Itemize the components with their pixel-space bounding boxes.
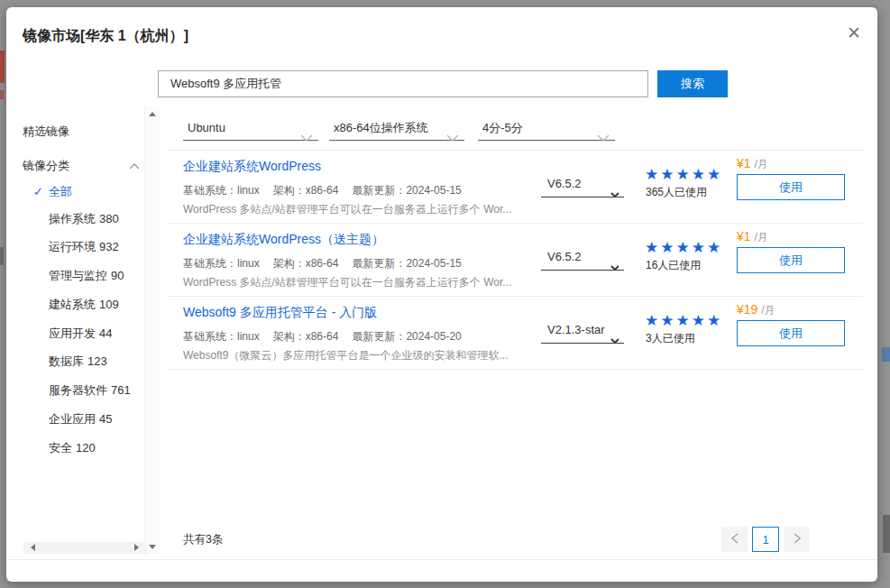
- image-description: Websoft9（微聚云）多应用托管平台是一个企业级的安装和管理软...: [183, 348, 508, 363]
- next-page-button[interactable]: [784, 527, 810, 552]
- image-title-link[interactable]: Websoft9 多应用托管平台 - 入门版: [183, 305, 377, 321]
- sidebar-item-enterprise[interactable]: 企业应用45: [49, 411, 112, 427]
- chevron-down-icon: [597, 124, 610, 151]
- prev-page-button[interactable]: [721, 527, 748, 552]
- use-button[interactable]: 使用: [737, 247, 845, 273]
- image-listing-table: 企业建站系统WordPress 基础系统：linux架构：x86-64最新更新：…: [167, 150, 863, 370]
- search-button[interactable]: 搜索: [657, 70, 728, 97]
- image-listing-row: Websoft9 多应用托管平台 - 入门版 基础系统：linux架构：x86-…: [167, 297, 863, 370]
- sidebar-item-appdev[interactable]: 应用开发44: [49, 326, 112, 342]
- version-select[interactable]: V6.5.2: [541, 172, 624, 198]
- filter-rating-select[interactable]: 4分-5分: [478, 115, 615, 141]
- version-select[interactable]: V6.5.2: [541, 245, 624, 271]
- image-description: WordPress 多站点/站群管理平台可以在一台服务器上运行多个 Wor...: [183, 202, 511, 217]
- price: ¥1 /月: [737, 156, 768, 172]
- background-artifact: [0, 90, 4, 99]
- chevron-down-icon: [610, 328, 619, 344]
- chevron-left-icon: [731, 531, 739, 547]
- use-button[interactable]: 使用: [737, 174, 845, 200]
- page-scrollbar-element: [882, 347, 890, 362]
- chevron-down-icon: [446, 124, 459, 151]
- price: ¥1 /月: [737, 229, 768, 245]
- sidebar-vertical-scrollbar[interactable]: [144, 106, 160, 555]
- sidebar-horizontal-scrollbar[interactable]: [23, 542, 146, 554]
- image-meta: 基础系统：linux架构：x86-64最新更新：2024-05-15: [183, 183, 462, 198]
- filter-arch-select[interactable]: x86-64位操作系统: [329, 115, 464, 141]
- chevron-down-icon: [610, 182, 619, 198]
- chevron-down-icon: [610, 255, 619, 271]
- sidebar-item-website[interactable]: 建站系统109: [49, 297, 119, 313]
- sidebar-item-all[interactable]: ✓全部: [33, 184, 72, 200]
- chevron-up-icon: [129, 158, 140, 174]
- scroll-down-arrow-icon[interactable]: [149, 545, 156, 549]
- image-listing-row: 企业建站系统WordPress（送主题） 基础系统：linux架构：x86-64…: [167, 224, 863, 297]
- filter-os-select[interactable]: Ubuntu: [183, 115, 318, 141]
- chevron-down-icon: [300, 124, 313, 151]
- rating-stars-icon: ★★★★★: [645, 311, 722, 330]
- image-title-link[interactable]: 企业建站系统WordPress: [183, 159, 321, 175]
- sidebar-item-security[interactable]: 安全120: [49, 440, 96, 456]
- bottom-divider: [6, 559, 877, 560]
- scroll-right-arrow-icon[interactable]: [134, 544, 139, 551]
- search-input[interactable]: [158, 70, 648, 97]
- price: ¥19 /月: [737, 302, 775, 318]
- close-icon[interactable]: ✕: [847, 24, 861, 41]
- sidebar-item-server-software[interactable]: 服务器软件761: [49, 382, 131, 399]
- image-meta: 基础系统：linux架构：x86-64最新更新：2024-05-20: [183, 329, 462, 345]
- chevron-right-icon: [794, 531, 801, 547]
- page-scrollbar-thumb[interactable]: [883, 515, 890, 553]
- scroll-left-arrow-icon[interactable]: [31, 544, 35, 551]
- image-title-link[interactable]: 企业建站系统WordPress（送主题）: [183, 232, 384, 248]
- image-description: WordPress 多站点/站群管理平台可以在一台服务器上运行多个 Wor...: [183, 275, 511, 290]
- sidebar-category-header[interactable]: 镜像分类: [23, 158, 140, 174]
- use-button[interactable]: 使用: [737, 320, 845, 346]
- total-count: 共有3条: [183, 532, 223, 547]
- image-listing-row: 企业建站系统WordPress 基础系统：linux架构：x86-64最新更新：…: [167, 151, 863, 224]
- rating-stars-icon: ★★★★★: [645, 238, 722, 257]
- pagination: 1: [721, 527, 810, 552]
- rating-stars-icon: ★★★★★: [645, 165, 722, 184]
- page-number-current[interactable]: 1: [752, 527, 779, 552]
- users-count: 365人已使用: [646, 185, 707, 200]
- users-count: 16人已使用: [646, 258, 701, 273]
- scroll-up-arrow-icon[interactable]: [149, 112, 156, 116]
- sidebar-item-os[interactable]: 操作系统380: [49, 211, 119, 227]
- image-meta: 基础系统：linux架构：x86-64最新更新：2024-05-15: [183, 256, 462, 271]
- check-icon: ✓: [33, 185, 43, 198]
- background-artifact: [0, 51, 5, 83]
- dialog-title: 镜像市场[华东 1（杭州）]: [23, 27, 188, 46]
- sidebar-item-monitoring[interactable]: 管理与监控90: [49, 268, 124, 284]
- sidebar-item-runtime[interactable]: 运行环境932: [49, 239, 119, 255]
- sidebar-item-featured[interactable]: 精选镜像: [23, 124, 69, 140]
- image-market-dialog: 镜像市场[华东 1（杭州）] ✕ 搜索 精选镜像 镜像分类 ✓全部 操作系统38…: [6, 7, 877, 582]
- sidebar-item-database[interactable]: 数据库123: [49, 354, 107, 370]
- background-artifact: [0, 247, 4, 265]
- version-select[interactable]: V2.1.3-star: [541, 318, 624, 344]
- users-count: 3人已使用: [646, 331, 695, 346]
